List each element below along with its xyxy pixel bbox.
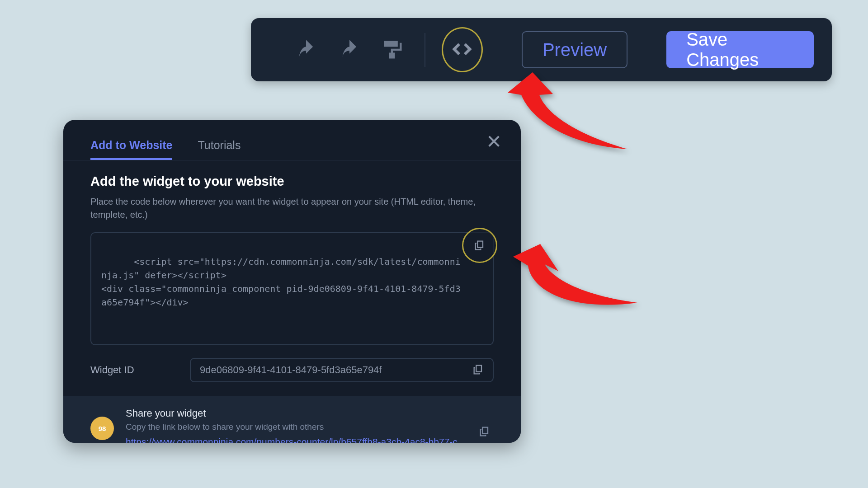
section-title: Add the widget to your website	[90, 174, 494, 189]
widget-id-label: Widget ID	[90, 364, 172, 376]
embed-code-button[interactable]	[442, 27, 483, 72]
modal-tabs: Add to Website Tutorials	[63, 120, 521, 160]
widget-id-value: 9de06809-9f41-4101-8479-5fd3a65e794f	[200, 364, 382, 375]
tab-add-to-website[interactable]: Add to Website	[90, 139, 172, 160]
annotation-arrow-top	[505, 68, 641, 160]
paint-roller-icon	[381, 38, 405, 61]
tab-label: Tutorials	[198, 139, 241, 151]
copy-icon	[473, 239, 486, 252]
close-button[interactable]: ✕	[482, 130, 505, 153]
save-changes-button[interactable]: Save Changes	[666, 31, 814, 68]
add-to-website-modal: ✕ Add to Website Tutorials Add the widge…	[63, 120, 521, 443]
share-subtitle: Copy the link below to share your widget…	[126, 422, 467, 432]
toolbar-separator	[425, 33, 425, 67]
share-link[interactable]: https://www.commonninja.com/numbers-coun…	[126, 436, 460, 443]
paint-format-button[interactable]	[377, 33, 408, 67]
redo-button[interactable]	[334, 33, 365, 67]
share-title: Share your widget	[126, 408, 467, 419]
code-icon	[449, 37, 475, 63]
tab-label: Add to Website	[90, 139, 172, 151]
widget-id-box[interactable]: 9de06809-9f41-4101-8479-5fd3a65e794f	[190, 358, 494, 382]
copy-code-button[interactable]	[462, 228, 497, 263]
undo-button[interactable]	[291, 33, 321, 67]
copy-icon	[472, 363, 485, 376]
annotation-arrow-bottom	[513, 226, 649, 318]
modal-body: Add the widget to your website Place the…	[63, 160, 521, 396]
widget-avatar-icon: 98	[90, 417, 114, 440]
section-description: Place the code below wherever you want t…	[90, 195, 479, 221]
copy-icon	[478, 425, 491, 438]
preview-button[interactable]: Preview	[522, 31, 627, 68]
undo-icon	[294, 38, 318, 61]
save-label: Save Changes	[686, 29, 794, 70]
embed-code-text: <script src="https://cdn.commonninja.com…	[101, 256, 461, 308]
preview-label: Preview	[542, 40, 607, 60]
tab-tutorials[interactable]: Tutorials	[198, 139, 241, 160]
copy-share-link-button[interactable]	[478, 425, 494, 441]
close-icon: ✕	[486, 131, 502, 153]
copy-widget-id-button[interactable]	[472, 363, 486, 377]
widget-id-row: Widget ID 9de06809-9f41-4101-8479-5fd3a6…	[90, 358, 494, 382]
share-section: 98 Share your widget Copy the link below…	[63, 396, 521, 443]
embed-code-box[interactable]: <script src="https://cdn.commonninja.com…	[90, 232, 494, 345]
redo-icon	[338, 38, 361, 61]
